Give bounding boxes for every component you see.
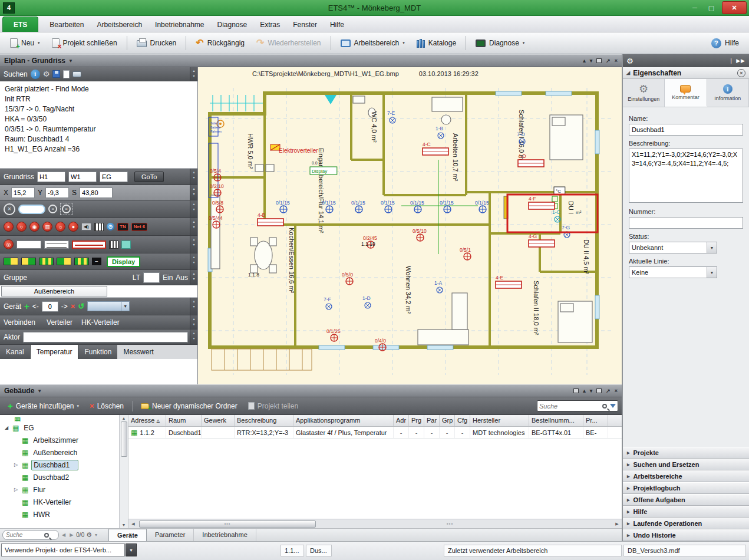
section-undo-historie[interactable]: ▸Undo Historie [623,529,749,541]
red-target-icon[interactable]: ◎ [4,239,14,249]
maximize-panel-icon[interactable]: ↗ [606,58,611,64]
red-symbol-icon[interactable]: × [4,222,14,232]
section-projekte[interactable]: ▸Projekte [623,447,749,459]
delete-button[interactable]: × Löschen [85,399,128,413]
document-icon[interactable] [63,70,70,78]
collapse-icon[interactable]: ◢ [626,70,630,75]
tab-messwert[interactable]: Messwert [117,345,197,359]
tree-item-arbeitszimmer[interactable]: ▦Arbeitszimmer [0,434,128,446]
aussenbereich-button[interactable]: Außenbereich [1,286,107,297]
expand-icon[interactable]: ▷ [13,462,19,467]
expand-icon[interactable]: ▷ [13,487,19,492]
connection-combo[interactable]: Verwende Projekt- oder ETS4-Verb... [1,543,125,556]
print-button[interactable]: Drucken [131,36,182,50]
close-button[interactable]: ✕ [722,1,747,14]
speaker-icon[interactable]: ◀) [81,223,91,230]
column-header-Cfg[interactable]: Cfg [455,415,470,426]
tree-item-hk-verteiler[interactable]: ▦HK-Verteiler [0,496,128,508]
tree-search-box[interactable] [2,530,59,540]
lamp-symbol-icon[interactable] [44,241,69,249]
gear-icon[interactable]: ⚙ [43,70,50,78]
prev-device-button[interactable]: <- [32,302,39,311]
tab-inbetriebnahme[interactable]: Inbetriebnahme [194,529,256,541]
diagnose-button[interactable]: Diagnose ▾ [470,36,530,50]
led-bar-icon[interactable] [57,258,71,265]
scroll-up-icon[interactable]: ▴ [583,388,586,394]
close-panel-icon[interactable]: × [615,388,618,394]
led-bar-icon[interactable] [39,258,54,265]
close-icon[interactable]: × [737,69,745,77]
menu-hilfe[interactable]: Hilfe [324,17,351,32]
net-chip[interactable]: Net 6 [131,223,148,231]
next-device-button[interactable]: -> [61,302,68,311]
prev-result-icon[interactable]: ◀ [61,532,67,538]
red-symbol-icon[interactable]: ○ [17,222,27,232]
display-button[interactable]: Display [107,256,140,267]
add-devices-button[interactable]: + Geräte hinzufügen ▾ [4,398,83,413]
column-header-Gewerk[interactable]: Gewerk [202,415,235,426]
scroll-down-icon[interactable]: ▼ [122,523,126,527]
grid-symbol-icon[interactable] [94,223,104,231]
tree-scrollbar[interactable]: ▲ ▼ [119,415,128,528]
column-header-Beschreibung[interactable]: Beschreibung [235,415,293,426]
section-offene-aufgaben[interactable]: ▸Offene Aufgaben [623,494,749,506]
next-result-icon[interactable]: ▶ [68,532,74,538]
column-header-Hersteller[interactable]: Hersteller [470,415,529,426]
menu-diagnose[interactable]: Diagnose [211,17,254,32]
red-symbol-icon[interactable]: ☼ [55,222,65,232]
tab-geräte[interactable]: Geräte [108,529,147,541]
tn-chip[interactable]: TN [117,223,128,231]
connection-dropdown-button[interactable]: ▼ [126,543,137,556]
led-bar-icon[interactable] [74,258,89,265]
section-suchen-und-ersetzen[interactable]: ▸Suchen und Ersetzen [623,459,749,470]
column-header-Adresse[interactable]: Adresse ▵ [128,415,166,426]
floorplan-drawing[interactable]: WC 4,0 m²Arbeiten 10,7 m²Schlafen I 16,0… [198,77,622,381]
column-header-Grp[interactable]: Grp [440,415,455,426]
nummer-field[interactable] [629,217,743,229]
hk-verteiler-button[interactable]: HK-Verteiler [81,318,120,327]
menu-bearbeiten[interactable]: Bearbeiten [43,17,90,32]
led-bar-icon[interactable] [4,258,18,265]
close-panel-icon[interactable]: × [615,58,618,64]
column-header-Adr[interactable]: Adr [394,415,409,426]
tree-search-input[interactable] [6,532,42,538]
tree-item-partial[interactable]: ▦ [0,416,128,421]
minus-icon[interactable]: − [92,258,101,265]
rounded-frame-icon[interactable] [18,205,45,214]
aktuelle-linie-dropdown[interactable]: Keine ▼ [629,266,717,278]
tab-information[interactable]: i Information [707,79,749,107]
refresh-device-icon[interactable]: ↺ [78,302,84,311]
name-field[interactable] [629,124,743,136]
tab-parameter[interactable]: Parameter [147,529,194,541]
goto-button[interactable]: GoTo [134,172,164,182]
menu-ets[interactable]: ETS [2,17,38,32]
float-panel-icon[interactable] [596,58,602,63]
filter-icon[interactable] [610,404,616,408]
remove-device-icon[interactable]: × [71,302,75,311]
table-row[interactable]: ▦1.1.2Duschbad1RTR:X=13,2;Y=-3Glastaster… [128,427,622,439]
circle-cross-icon[interactable]: × [4,203,15,215]
share-project-button[interactable]: Projekt teilen [244,400,302,413]
collapse-icon[interactable]: ◢ [4,425,9,430]
horizontal-scrollbar[interactable]: ◀ ▪▪▪ ▪▪▪ ▶ [128,519,622,528]
scale-field[interactable] [80,187,113,198]
device-dropdown[interactable]: ▼ [87,301,130,311]
clock-icon[interactable]: ◷ [107,223,114,230]
scroll-down-icon[interactable]: ▾ [590,58,593,64]
section-arbeitsbereiche[interactable]: ▸Arbeitsbereiche [623,470,749,482]
column-header-Raum[interactable]: Raum [166,415,202,426]
redo-button[interactable]: ↷ Wiederherstellen [251,36,326,50]
tab-funktion[interactable]: Funktion [78,345,117,359]
beschreibung-field[interactable]: X1=11,2;Y1=-3,0;X2=14,6;Y2=-3,0;X3=14,6;… [629,149,743,203]
tree-item-duschbad1[interactable]: ▷▦Duschbad1 [0,459,128,471]
red-symbol-icon[interactable]: ▥ [42,222,52,232]
dock-panel-icon[interactable] [573,388,579,393]
tab-kanal[interactable]: Kanal [0,345,30,359]
chevron-down-icon[interactable]: ▼ [37,388,42,394]
save-icon[interactable] [52,70,60,78]
device-search-box[interactable] [537,400,618,411]
menu-arbeitsbereich[interactable]: Arbeitsbereich [90,17,149,32]
aus-button[interactable]: Aus [176,274,188,282]
tree-item-flur[interactable]: ▷▦Flur [0,483,128,496]
tree-item-eg[interactable]: ◢▦EG [0,421,128,434]
